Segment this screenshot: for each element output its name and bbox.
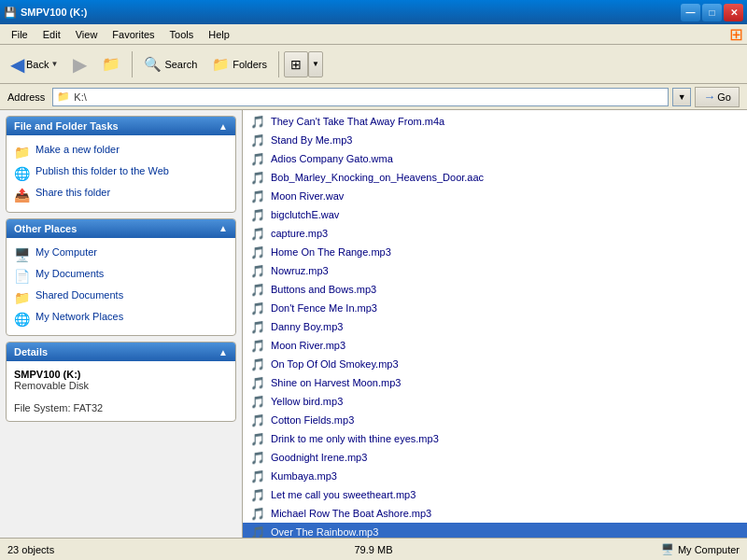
file-type-icon: 🎵 — [250, 320, 265, 334]
file-name: Michael Row The Boat Ashore.mp3 — [271, 508, 431, 519]
minimize-button[interactable]: — — [681, 4, 700, 21]
file-item[interactable]: 🎵Bob_Marley_Knocking_on_Heavens_Door.aac — [243, 168, 747, 187]
menu-view[interactable]: View — [68, 27, 106, 42]
file-name: Drink to me only with thine eyes.mp3 — [271, 433, 439, 444]
publish-folder-link[interactable]: 🌐 Publish this folder to the Web — [10, 162, 232, 184]
views-main-button[interactable]: ⊞ — [284, 51, 308, 77]
file-type-icon: 🎵 — [250, 376, 265, 390]
file-type-icon: 🎵 — [250, 283, 265, 297]
title-bar-title: 💾 SMPV100 (K:) — [4, 7, 88, 19]
up-icon: 📁 — [102, 55, 120, 73]
menu-tools[interactable]: Tools — [162, 27, 202, 42]
status-bar: 23 objects 79.9 MB 🖥️ My Computer — [0, 538, 747, 560]
file-item[interactable]: 🎵Yellow bird.mp3 — [243, 392, 747, 411]
my-documents-label: My Documents — [35, 267, 104, 280]
share-folder-link[interactable]: 📤 Share this folder — [10, 184, 232, 205]
my-computer-link[interactable]: 🖥️ My Computer — [10, 244, 232, 265]
file-item[interactable]: 🎵Shine on Harvest Moon.mp3 — [243, 373, 747, 392]
file-name: Kumbaya.mp3 — [271, 470, 337, 482]
toolbar: ◀ Back ▼ ▶ 📁 🔍 Search 📁 Folders ⊞ ▼ — [0, 45, 747, 84]
my-documents-link[interactable]: 📄 My Documents — [10, 265, 232, 287]
my-network-places-link[interactable]: 🌐 My Network Places — [10, 308, 232, 329]
file-type-icon: 🎵 — [250, 395, 265, 409]
network-icon: 🌐 — [14, 311, 30, 328]
search-button[interactable]: 🔍 Search — [137, 49, 204, 80]
folders-icon: 📁 — [212, 56, 230, 73]
file-name: capture.mp3 — [271, 228, 328, 239]
file-item[interactable]: 🎵Over The Rainbow.mp3 — [243, 523, 747, 538]
file-item[interactable]: 🎵Drink to me only with thine eyes.mp3 — [243, 429, 747, 448]
make-new-folder-link[interactable]: 📁 Make a new folder — [10, 141, 232, 162]
file-name: bigclutchE.wav — [271, 209, 339, 220]
menu-favorites[interactable]: Favorites — [105, 27, 162, 42]
back-button[interactable]: ◀ Back ▼ — [4, 49, 64, 80]
file-item[interactable]: 🎵Michael Row The Boat Ashore.mp3 — [243, 504, 747, 523]
file-item[interactable]: 🎵On Top Of Old Smokey.mp3 — [243, 355, 747, 373]
file-item[interactable]: 🎵Don't Fence Me In.mp3 — [243, 299, 747, 317]
shared-documents-label: Shared Documents — [35, 288, 123, 301]
file-type-icon: 🎵 — [250, 115, 265, 129]
menu-bar: File Edit View Favorites Tools Help ⊞ — [0, 24, 747, 45]
maximize-button[interactable]: □ — [702, 4, 722, 21]
documents-icon: 📄 — [14, 268, 30, 285]
file-type-icon: 🎵 — [250, 171, 265, 185]
file-name: Home On The Range.mp3 — [271, 246, 391, 258]
file-item[interactable]: 🎵capture.mp3 — [243, 224, 747, 243]
file-type-icon: 🎵 — [250, 245, 265, 259]
menu-edit[interactable]: Edit — [35, 27, 68, 42]
file-item[interactable]: 🎵They Can't Take That Away From.m4a — [243, 112, 747, 131]
file-item[interactable]: 🎵Danny Boy.mp3 — [243, 317, 747, 336]
file-name: Goodnight Irene.mp3 — [271, 452, 367, 463]
folders-label: Folders — [233, 59, 267, 70]
address-input[interactable]: 📁 K:\ — [52, 88, 669, 106]
details-header[interactable]: Details ▲ — [7, 343, 235, 361]
publish-folder-label: Publish this folder to the Web — [35, 164, 169, 177]
file-folder-tasks-header[interactable]: File and Folder Tasks ▲ — [7, 117, 235, 135]
file-item[interactable]: 🎵Home On The Range.mp3 — [243, 243, 747, 261]
file-type-icon: 🎵 — [250, 469, 265, 483]
forward-button[interactable]: ▶ — [66, 49, 93, 80]
file-item[interactable]: 🎵Buttons and Bows.mp3 — [243, 280, 747, 299]
file-item[interactable]: 🎵Kumbaya.mp3 — [243, 467, 747, 485]
shared-docs-icon: 📁 — [14, 289, 30, 306]
file-name: Yellow bird.mp3 — [271, 396, 343, 407]
file-item[interactable]: 🎵Moon River.wav — [243, 187, 747, 205]
menu-help[interactable]: Help — [201, 27, 237, 42]
file-item[interactable]: 🎵bigclutchE.wav — [243, 205, 747, 224]
file-name: Stand By Me.mp3 — [271, 134, 352, 146]
main-content: File and Folder Tasks ▲ 📁 Make a new fol… — [0, 110, 747, 538]
file-item[interactable]: 🎵Let me call you sweetheart.mp3 — [243, 485, 747, 504]
file-item[interactable]: 🎵Adios Company Gato.wma — [243, 149, 747, 168]
file-type-icon: 🎵 — [250, 507, 265, 521]
file-item[interactable]: 🎵Cotton Fields.mp3 — [243, 411, 747, 429]
search-label: Search — [164, 59, 197, 70]
other-places-header[interactable]: Other Places ▲ — [7, 219, 235, 238]
close-button[interactable]: ✕ — [724, 4, 743, 21]
folders-button[interactable]: 📁 Folders — [205, 49, 274, 80]
menu-file[interactable]: File — [4, 27, 35, 42]
file-item[interactable]: 🎵Goodnight Irene.mp3 — [243, 448, 747, 467]
back-dropdown-icon[interactable]: ▼ — [50, 60, 58, 68]
file-type-icon: 🎵 — [250, 432, 265, 446]
forward-icon: ▶ — [73, 53, 87, 76]
go-label: Go — [717, 91, 731, 103]
file-item[interactable]: 🎵Moon River.mp3 — [243, 336, 747, 355]
file-folder-tasks-chevron: ▲ — [218, 121, 228, 132]
file-name: Moon River.wav — [271, 190, 344, 202]
file-item[interactable]: 🎵Nowruz.mp3 — [243, 261, 747, 280]
file-list: 🎵They Can't Take That Away From.m4a🎵Stan… — [243, 110, 747, 538]
other-places-label: Other Places — [14, 223, 77, 234]
views-dropdown-button[interactable]: ▼ — [308, 51, 323, 77]
other-places-body: 🖥️ My Computer 📄 My Documents 📁 Shared D… — [7, 238, 235, 336]
file-item[interactable]: 🎵Stand By Me.mp3 — [243, 131, 747, 149]
go-button[interactable]: → Go — [695, 87, 740, 107]
my-network-places-label: My Network Places — [35, 310, 123, 323]
left-panel: File and Folder Tasks ▲ 📁 Make a new fol… — [0, 110, 243, 538]
views-control[interactable]: ⊞ ▼ — [284, 51, 323, 77]
shared-documents-link[interactable]: 📁 Shared Documents — [10, 287, 232, 308]
title-bar-controls: — □ ✕ — [681, 4, 743, 21]
back-icon: ◀ — [10, 53, 24, 76]
address-dropdown-button[interactable]: ▼ — [672, 88, 691, 106]
up-button[interactable]: 📁 — [95, 49, 127, 80]
file-type-icon: 🎵 — [250, 133, 265, 147]
